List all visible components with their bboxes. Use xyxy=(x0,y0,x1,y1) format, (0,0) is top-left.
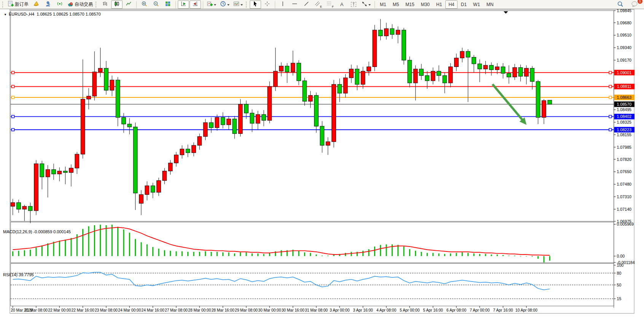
tf-button-D1[interactable]: D1 xyxy=(458,0,470,9)
candle xyxy=(52,170,56,174)
svg-text:30 Mar 00:00: 30 Mar 00:00 xyxy=(258,308,281,312)
svg-text:1.07480: 1.07480 xyxy=(617,182,631,186)
trendline-button[interactable] xyxy=(301,0,312,9)
zoom-out-button[interactable] xyxy=(150,0,162,9)
vertical-line-button[interactable] xyxy=(277,0,289,9)
candle xyxy=(238,104,242,134)
line-chart-button[interactable] xyxy=(123,0,134,9)
svg-text:1.07650: 1.07650 xyxy=(617,169,631,174)
tile-windows-button[interactable] xyxy=(162,0,174,9)
svg-text:7 Apr 00:00: 7 Apr 00:00 xyxy=(470,308,489,312)
zoom-in-icon xyxy=(141,1,147,8)
signals-button[interactable] xyxy=(54,0,65,9)
crosshair-button[interactable] xyxy=(261,0,273,9)
notifications-icon xyxy=(631,1,638,8)
chart-title-symbol: EURUSD-,H4 xyxy=(9,12,34,16)
toolbar-separator xyxy=(375,1,375,8)
tf-button-M30[interactable]: M30 xyxy=(418,0,433,9)
candle xyxy=(250,113,254,123)
autotrading-icon xyxy=(67,1,73,8)
text-label-button[interactable]: T xyxy=(348,0,359,9)
search-button[interactable] xyxy=(614,0,626,9)
profile-button[interactable] xyxy=(42,0,54,9)
autoscroll-button[interactable] xyxy=(178,0,189,9)
candle xyxy=(227,119,231,125)
candle xyxy=(46,170,50,177)
svg-text:4 Apr 08:00: 4 Apr 08:00 xyxy=(376,308,396,312)
candle xyxy=(367,67,371,72)
toolbar-separator xyxy=(175,1,176,8)
svg-text:27 Mar 08:00: 27 Mar 08:00 xyxy=(165,308,188,312)
bar-chart-button[interactable] xyxy=(99,0,111,9)
autotrading-button[interactable]: 自动交易 xyxy=(66,0,94,9)
candle xyxy=(489,65,494,70)
cursor-button[interactable] xyxy=(250,0,261,9)
candle xyxy=(256,115,260,123)
dropdown-caret-icon xyxy=(214,2,217,7)
horizontal-line-button[interactable] xyxy=(289,0,300,9)
candle xyxy=(11,203,15,207)
svg-text:1.09001: 1.09001 xyxy=(617,70,632,75)
channel-button[interactable]: E xyxy=(312,0,324,9)
svg-text:30 Mar 16:00: 30 Mar 16:00 xyxy=(282,308,304,312)
candle xyxy=(297,63,301,81)
tf-button-M15[interactable]: M15 xyxy=(402,0,417,9)
candle xyxy=(34,164,38,211)
arrows-button[interactable] xyxy=(360,0,373,9)
svg-text:1.09680: 1.09680 xyxy=(617,21,631,25)
candle xyxy=(168,163,172,171)
svg-text:0.00: 0.00 xyxy=(617,254,625,258)
fibonacci-button[interactable]: F xyxy=(324,0,336,9)
tf-button-H4[interactable]: H4 xyxy=(445,0,457,9)
tf-button-M1[interactable]: M1 xyxy=(377,0,389,9)
text-label-icon: T xyxy=(351,2,356,7)
candle xyxy=(454,58,459,67)
svg-text:3 Apr 16:00: 3 Apr 16:00 xyxy=(353,308,373,312)
candle xyxy=(501,67,505,73)
svg-text:1.08811: 1.08811 xyxy=(617,84,631,89)
candle xyxy=(361,71,365,84)
zoom-out-icon xyxy=(153,1,159,8)
chart-shift-button[interactable] xyxy=(190,0,201,9)
tf-button-M5[interactable]: M5 xyxy=(390,0,402,9)
timeframe-bar: M1M5M15M30H1H4D1W1MN xyxy=(377,0,497,9)
svg-text:21 Mar 08:00: 21 Mar 08:00 xyxy=(25,308,48,312)
candle xyxy=(338,84,342,93)
vertical-line-icon xyxy=(280,1,285,8)
candle xyxy=(92,72,97,96)
candle xyxy=(151,186,155,192)
toolbar-grip xyxy=(96,2,97,8)
horizontal-line-icon xyxy=(292,1,298,8)
candle xyxy=(320,126,324,145)
candle xyxy=(542,100,546,117)
chart-collapse-icon[interactable]: ▼ xyxy=(4,13,7,16)
candle xyxy=(22,206,27,209)
rsi-axis: 100805015 xyxy=(614,263,624,301)
metaeditor-button[interactable] xyxy=(30,0,42,9)
svg-text:100: 100 xyxy=(617,263,623,267)
svg-text:6 Apr 08:00: 6 Apr 08:00 xyxy=(446,308,466,312)
svg-text:28 Mar 16:00: 28 Mar 16:00 xyxy=(212,308,234,312)
new-order-button[interactable]: 新订单 xyxy=(6,0,30,9)
candle xyxy=(87,96,91,99)
candle xyxy=(536,81,540,118)
autoscroll-icon xyxy=(180,1,187,8)
zoom-in-button[interactable] xyxy=(139,0,150,9)
text-button[interactable]: A xyxy=(336,0,348,9)
tf-button-H1[interactable]: H1 xyxy=(433,0,445,9)
tf-button-W1[interactable]: W1 xyxy=(470,0,483,9)
chart-canvas[interactable]: 1.098451.096801.095101.093401.091701.090… xyxy=(0,9,644,323)
periods-button[interactable] xyxy=(218,0,231,9)
toolbar-separator xyxy=(203,1,203,8)
notifications-button[interactable]: 1 xyxy=(629,0,640,9)
crosshair-icon xyxy=(264,1,270,8)
candle xyxy=(203,123,207,137)
candle xyxy=(110,80,114,90)
templates-button[interactable] xyxy=(232,0,245,9)
tf-button-MN[interactable]: MN xyxy=(483,0,497,9)
candle xyxy=(69,168,73,173)
candle xyxy=(396,30,400,35)
indicators-button[interactable] xyxy=(205,0,218,9)
svg-text:1.08663: 1.08663 xyxy=(617,95,632,100)
candlestick-chart-button[interactable] xyxy=(111,0,123,9)
